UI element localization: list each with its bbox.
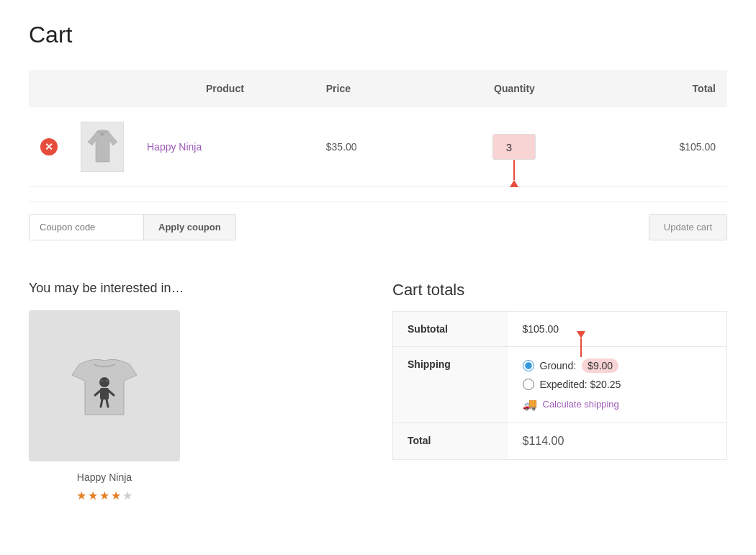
product-image (81, 122, 124, 172)
star-2: ★ (88, 489, 98, 502)
apply-coupon-button[interactable]: Apply coupon (144, 214, 236, 240)
shipping-option-expedited[interactable]: Expedited: $20.25 (523, 379, 713, 390)
subtotal-value: $105.00 (508, 312, 727, 347)
shipping-label: Shipping (393, 347, 508, 423)
cart-totals-section: Cart totals Subtotal $105.00 Shipping (392, 281, 727, 502)
product-stars: ★ ★ ★ ★ ★ (29, 489, 180, 502)
subtotal-row: Subtotal $105.00 (393, 312, 727, 347)
svg-rect-2 (101, 380, 103, 382)
shipping-options: Ground: $9.00 (523, 358, 713, 390)
total-row: Total $114.00 (393, 423, 727, 460)
truck-icon: 🚚 (523, 397, 537, 411)
interested-section: You may be interested in… (29, 281, 364, 502)
star-4: ★ (111, 489, 121, 502)
col-header-price: Price (315, 70, 438, 107)
remove-icon: ✕ (40, 138, 58, 155)
shipping-ground-label: Ground: (540, 360, 577, 371)
shipping-option-ground[interactable]: Ground: $9.00 (523, 358, 713, 373)
shipping-expedited-label: Expedited: $20.25 (540, 379, 621, 390)
remove-item-button[interactable]: ✕ (40, 138, 58, 155)
calculate-shipping-label: Calculate shipping (543, 399, 619, 410)
cart-totals-title: Cart totals (392, 281, 727, 299)
table-row: ✕ Happy Ninja $35 (29, 107, 727, 187)
total-value: $114.00 (508, 423, 727, 460)
qty-annotation-arrow (510, 160, 518, 187)
subtotal-label: Subtotal (393, 312, 508, 347)
col-header-total: Total (590, 70, 727, 107)
svg-point-0 (100, 132, 104, 136)
suggested-product-image (29, 310, 180, 461)
shipping-options-cell: Ground: $9.00 (508, 347, 727, 423)
svg-rect-3 (106, 380, 108, 382)
product-name-link[interactable]: Happy Ninja (147, 141, 202, 153)
product-price: $35.00 (326, 141, 357, 153)
suggested-product-name: Happy Ninja (29, 471, 180, 483)
calculate-shipping-link[interactable]: 🚚 Calculate shipping (523, 397, 713, 411)
bottom-section: You may be interested in… (29, 281, 727, 502)
totals-table: Subtotal $105.00 Shipping Ground: $ (392, 311, 727, 460)
star-5: ★ (122, 489, 132, 502)
quantity-input[interactable] (492, 134, 536, 160)
interested-title: You may be interested in… (29, 281, 364, 296)
star-1: ★ (76, 489, 86, 502)
product-total: $105.00 (679, 141, 716, 153)
shipping-ground-price: $9.00 (582, 358, 618, 373)
svg-line-7 (101, 400, 102, 407)
total-label: Total (393, 423, 508, 460)
coupon-row: Apply coupon Update cart (29, 202, 727, 252)
coupon-left: Apply coupon (29, 214, 236, 240)
page-title: Cart (29, 22, 727, 48)
col-header-product: Product (135, 70, 315, 107)
star-3: ★ (99, 489, 109, 502)
svg-rect-4 (100, 388, 109, 400)
cart-table: Product Price Quantity Total ✕ (29, 70, 727, 187)
coupon-input[interactable] (29, 214, 144, 240)
suggested-product-card: Happy Ninja ★ ★ ★ ★ ★ (29, 310, 180, 502)
svg-line-8 (107, 400, 108, 407)
shipping-row: Shipping Ground: $9.00 (393, 347, 727, 423)
col-header-quantity: Quantity (438, 70, 590, 107)
update-cart-button[interactable]: Update cart (649, 214, 727, 240)
svg-point-1 (99, 377, 109, 387)
shipping-radio-ground[interactable] (523, 360, 534, 371)
shipping-radio-expedited[interactable] (523, 379, 534, 390)
